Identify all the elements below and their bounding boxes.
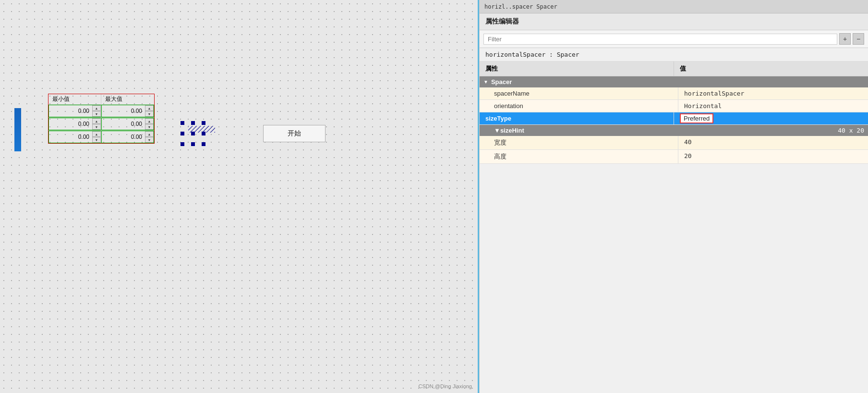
prop-row-spacername[interactable]: spacerName horizontalSpacer: [480, 87, 868, 100]
prop-row-orientation[interactable]: orientation Horizontal: [480, 100, 868, 112]
spin-min-0[interactable]: 0.00 ▲ ▼: [48, 105, 101, 117]
prop-label-orientation: orientation: [480, 100, 678, 112]
spacer-hatch: [188, 126, 215, 133]
spin-down[interactable]: ▼: [92, 137, 101, 143]
handle-dot: [191, 121, 195, 125]
prop-row-height[interactable]: 高度 20: [480, 150, 868, 164]
col-max-header: 最大值: [101, 94, 154, 104]
spin-up[interactable]: ▲: [92, 118, 101, 124]
col-value-header: 值: [674, 61, 868, 76]
handle-dot: [202, 142, 205, 146]
spin-up[interactable]: ▲: [92, 105, 101, 111]
spin-max-0[interactable]: 0.00 ▲ ▼: [101, 105, 154, 117]
blue-vertical-element: [14, 108, 21, 151]
spin-down[interactable]: ▼: [92, 111, 101, 117]
handle-dot: [181, 121, 184, 125]
spacer-handle-group: [181, 121, 205, 146]
widget-rows: 0.00 ▲ ▼ 0.00 ▲ ▼ 0.00: [48, 104, 154, 143]
prop-label-sizetype: sizeType: [480, 112, 674, 124]
handle-dot: [181, 142, 184, 146]
spin-up[interactable]: ▲: [145, 131, 154, 137]
prop-row-sizetype[interactable]: sizeType Preferred: [480, 112, 868, 125]
properties-panel: horizl..spacer Spacer 属性编辑器 + − horizont…: [479, 0, 868, 393]
canvas-area: 最小值 最大值 0.00 ▲ ▼ 0.00 ▲ ▼: [0, 0, 479, 393]
filter-add-button[interactable]: +: [839, 33, 851, 45]
min-max-widget: 最小值 最大值 0.00 ▲ ▼ 0.00 ▲ ▼: [48, 94, 155, 144]
spin-up[interactable]: ▲: [145, 118, 154, 124]
spin-down[interactable]: ▼: [92, 124, 101, 130]
col-property-header: 属性: [480, 61, 674, 76]
watermark: CSDN @Ding Jiaxiong: [419, 383, 472, 389]
prop-editor-header: 属性编辑器: [480, 13, 868, 30]
chevron-down-icon: ▼: [494, 127, 500, 134]
svg-rect-1: [188, 126, 215, 133]
prop-label-spacername: spacerName: [480, 87, 678, 99]
handle-dot: [202, 121, 205, 125]
preferred-badge: Preferred: [680, 113, 713, 123]
spin-down[interactable]: ▼: [145, 137, 154, 143]
spin-up[interactable]: ▲: [92, 131, 101, 137]
prop-val-width: 40: [678, 136, 868, 149]
prop-table: 属性 值 ▼ Spacer spacerName horizontalSpace…: [480, 61, 868, 393]
table-row: 0.00 ▲ ▼ 0.00 ▲ ▼: [48, 130, 154, 143]
prop-table-header: 属性 值: [480, 61, 868, 76]
filter-minus-button[interactable]: −: [853, 33, 864, 45]
handle-dot: [191, 142, 195, 146]
table-row: 0.00 ▲ ▼ 0.00 ▲ ▼: [48, 104, 154, 117]
filter-bar: + −: [480, 30, 868, 48]
start-button[interactable]: 开始: [263, 125, 326, 142]
table-row: 0.00 ▲ ▼ 0.00 ▲ ▼: [48, 117, 154, 130]
handle-dot: [181, 132, 184, 135]
spin-min-1[interactable]: 0.00 ▲ ▼: [48, 118, 101, 130]
spin-max-2[interactable]: 0.00 ▲ ▼: [101, 131, 154, 143]
prop-label-width: 宽度: [480, 136, 678, 149]
spin-min-2[interactable]: 0.00 ▲ ▼: [48, 131, 101, 143]
section-sizehint[interactable]: ▼ sizeHint 40 x 20: [480, 125, 868, 136]
top-strip: horizl..spacer Spacer: [480, 0, 868, 13]
object-label: horizontalSpacer : Spacer: [480, 48, 868, 61]
col-min-header: 最小值: [48, 94, 101, 104]
section-spacer[interactable]: ▼ Spacer: [480, 76, 868, 87]
spin-down[interactable]: ▼: [145, 111, 154, 117]
prop-val-spacername: horizontalSpacer: [678, 87, 868, 99]
chevron-down-icon: ▼: [483, 79, 488, 85]
prop-val-orientation: Horizontal: [678, 100, 868, 112]
prop-val-sizetype: Preferred: [674, 112, 868, 124]
prop-label-height: 高度: [480, 150, 678, 163]
spin-up[interactable]: ▲: [145, 105, 154, 111]
spin-max-1[interactable]: 0.00 ▲ ▼: [101, 118, 154, 130]
widget-header: 最小值 最大值: [48, 94, 154, 104]
spin-down[interactable]: ▼: [145, 124, 154, 130]
prop-row-width[interactable]: 宽度 40: [480, 136, 868, 150]
filter-input[interactable]: [483, 34, 837, 45]
prop-val-height: 20: [678, 150, 868, 163]
